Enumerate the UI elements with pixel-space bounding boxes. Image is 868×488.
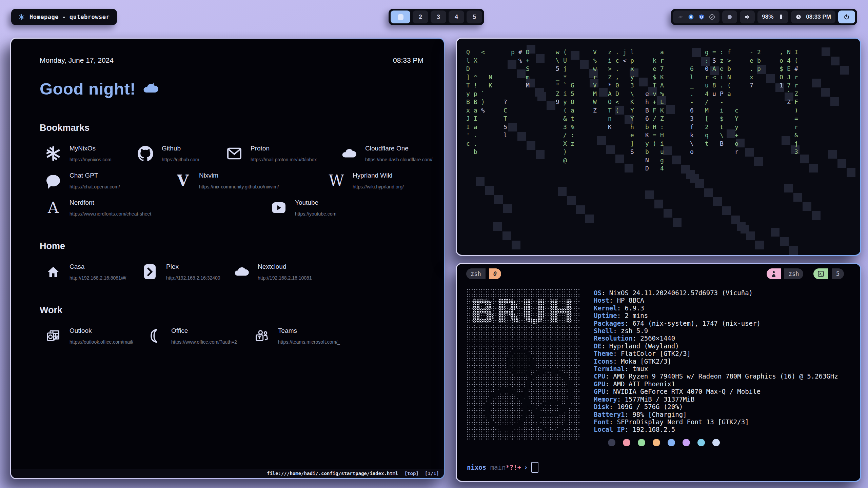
workspace-button-1[interactable] [391, 11, 410, 23]
workspace-button-4[interactable]: 4 [449, 11, 464, 23]
matrix-glyph: l [690, 74, 694, 81]
shell-prompt[interactable]: nixos main *?!+ › [467, 462, 538, 473]
workspace-button-3[interactable]: 3 [431, 11, 446, 23]
matrix-glyph: @ [563, 157, 567, 164]
tray-record[interactable] [722, 11, 737, 23]
matrix-glyph: H [660, 132, 664, 139]
matrix-trail-block [847, 168, 855, 177]
bookmark-text: Protonhttps://mail.proton.me/u/0/inbox [251, 145, 317, 162]
matrix-glyph: o [780, 57, 783, 64]
matrix-glyph: o [690, 148, 694, 155]
matrix-glyph: e [750, 57, 753, 64]
matrix-glyph: y [630, 74, 634, 81]
section-title: Work [40, 305, 423, 316]
matrix-glyph: Z [787, 99, 791, 105]
bookmark-nixvim[interactable]: VNixvimhttps://nix-community.github.io/n… [174, 172, 328, 189]
matrix-glyph: I [466, 124, 470, 130]
matrix-glyph: $ [780, 65, 783, 72]
matrix-trail-block [606, 145, 615, 154]
matrix-glyph: p [474, 90, 477, 97]
tray-volume[interactable] [740, 11, 755, 23]
matrix-glyph: h [630, 124, 634, 130]
matrix-trail-block [663, 146, 672, 155]
matrix-trail-block [821, 88, 830, 97]
power-button[interactable] [838, 11, 855, 23]
bookmark-url: https://teams.microsoft.com/_ [278, 339, 340, 345]
tmux-session-left[interactable]: zsh0 [466, 268, 508, 279]
matrix-trail-block [780, 237, 789, 246]
tray-status-icons[interactable] [673, 11, 719, 23]
bookmark-outlook[interactable]: Outlookhttps://outlook.office.com/mail/ [44, 327, 146, 345]
matrix-glyph: c [735, 107, 738, 114]
tmux-terminal-window[interactable]: zsh0 zsh 5 BRUH OS: NixOS 24.11.20240612… [456, 263, 861, 482]
bookmark-mynixos[interactable]: MyNixOshttps://mynixos.com [44, 145, 137, 162]
matrix-glyph: % [518, 57, 522, 64]
bookmark-plex[interactable]: Plexhttp://192.168.2.16:32400 [141, 263, 233, 281]
matrix-trail-block [800, 155, 809, 163]
bookmark-hyprland-wiki[interactable]: WHyprland Wikihttps://wiki.hyprland.org/ [328, 172, 423, 189]
matrix-glyph: = [712, 49, 716, 56]
bookmark-casa[interactable]: Casahttp://192.168.2.16:8081/#/ [44, 263, 141, 281]
fetch-line-memory: Memory: 1577MiB / 31377MiB [594, 395, 838, 403]
bookmark-cloudflare-one[interactable]: Cloudflare Onehttps://one.dash.cloudflar… [340, 145, 432, 162]
matrix-glyph: M [705, 107, 709, 114]
matrix-glyph: x [750, 74, 753, 81]
statusbar-tab-count: [1/1] [425, 471, 439, 476]
fetch-line-icons: Icons: Moka [GTK2/3] [594, 358, 838, 365]
tray-clock[interactable]: 08:33 PM [791, 11, 835, 23]
matrix-glyph: ^ [474, 74, 477, 81]
matrix-glyph: 5 [556, 65, 559, 72]
greeting-text: Good night! [40, 79, 136, 98]
matrix-glyph: 8 [712, 82, 716, 89]
section-bookmarks: BookmarksMyNixOshttps://mynixos.comGithu… [40, 123, 423, 217]
workspace-button-5[interactable]: 5 [467, 11, 482, 23]
fetch-value: : 192.168.2.5 [625, 426, 675, 433]
fetch-label: OS [594, 289, 601, 297]
matrix-trail-block [695, 179, 704, 188]
bookmark-nextcloud[interactable]: Nextcloudhttp://192.168.2.16:10081 [233, 263, 423, 281]
matrix-trail-block [547, 101, 555, 110]
matrix-glyph: y [735, 124, 738, 130]
matrix-glyph: 4 [787, 57, 791, 64]
bookmark-text: Nerdfonthttps://www.nerdfonts.com/cheat-… [70, 199, 151, 217]
bookmark-nerdfont[interactable]: ANerdfonthttps://www.nerdfonts.com/cheat… [44, 199, 270, 217]
matrix-glyph: p [757, 65, 761, 72]
matrix-glyph: $ [720, 115, 724, 122]
matrix-glyph: K [645, 132, 649, 139]
fetch-line-resolution: Resolution: 868×488 [594, 334, 838, 342]
cmatrix-terminal-window[interactable]: Q<p#Dw(Vz.jlag=:f-2,NIlX%+\U%ic<pkr:Sz>e… [456, 38, 861, 256]
tray-battery[interactable]: 98% [757, 11, 788, 23]
tmux-statusbar: zsh0 zsh 5 [466, 268, 851, 280]
active-window-title[interactable]: Homepage - qutebrowser [11, 9, 117, 25]
matrix-glyph: F [794, 99, 798, 105]
matrix-glyph: 7 [750, 82, 753, 89]
fetch-label: Font [594, 418, 609, 426]
matrix-trail-block [692, 48, 701, 57]
fetch-value: : 6.9.3 [617, 304, 644, 312]
matrix-glyph: a [727, 90, 731, 97]
matrix-glyph: r [660, 57, 664, 64]
bookmark-youtube[interactable]: Youtubehttps://youtube.com [270, 199, 423, 217]
chat-icon [44, 172, 62, 189]
bookmark-proton[interactable]: Protonhttps://mail.proton.me/u/0/inbox [225, 145, 340, 162]
workspace-button-2[interactable]: 2 [413, 11, 428, 23]
section-home: HomeCasahttp://192.168.2.16:8081/#/Plexh… [40, 241, 423, 281]
matrix-glyph: " [556, 82, 559, 89]
matrix-glyph: P [720, 90, 724, 97]
matrix-trail-block [654, 200, 663, 208]
matrix-glyph: c [615, 57, 619, 64]
matrix-glyph: . [690, 90, 694, 97]
bookmark-text: Nextcloudhttp://192.168.2.16:10081 [258, 263, 312, 281]
matrix-glyph: c [466, 140, 470, 147]
bookmark-teams[interactable]: Teamshttps://teams.microsoft.com/_ [253, 327, 423, 345]
matrix-glyph: % [660, 90, 664, 97]
qutebrowser-window[interactable]: Monday, June 17, 2024 08:33 PM Good nigh… [10, 38, 445, 479]
bookmark-title: Office [171, 327, 237, 334]
bookmark-office[interactable]: Officehttps://www.office.com/?auth=2 [146, 327, 253, 345]
bookmark-title: Proton [251, 145, 317, 152]
bookmark-github[interactable]: Githubhttps://github.com [137, 145, 225, 162]
bookmark-chat-gpt[interactable]: Chat GPThttps://chat.openai.com/ [44, 172, 174, 189]
bookmark-text: Cloudflare Onehttps://one.dash.cloudflar… [365, 145, 432, 162]
tmux-session-right[interactable]: zsh 5 [767, 268, 851, 279]
bookmark-url: https://www.office.com/?auth=2 [171, 339, 237, 345]
